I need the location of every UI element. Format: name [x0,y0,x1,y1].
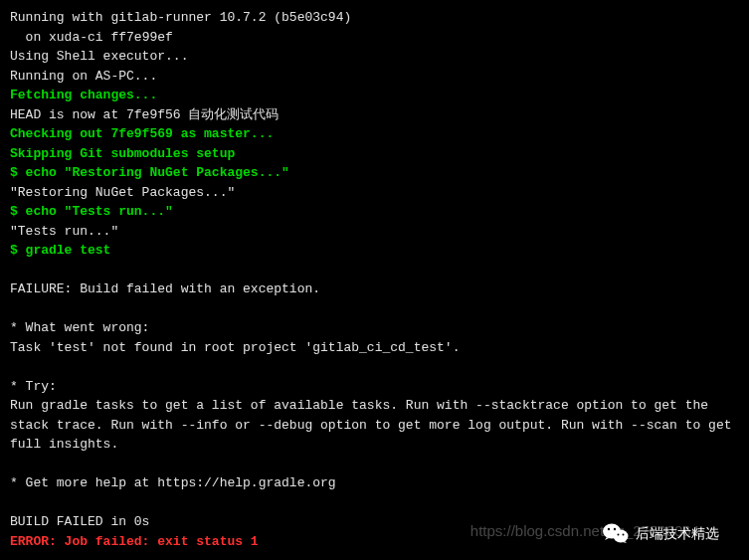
terminal-line [10,299,739,319]
terminal-line: HEAD is now at 7fe9f56 自动化测试代码 [10,105,739,125]
terminal-line: * Get more help at https://help.gradle.o… [10,473,739,493]
terminal-line: ERROR: Job failed: exit status 1 [10,532,739,552]
terminal-line: FAILURE: Build failed with an exception. [10,280,739,299]
terminal-line: Task 'test' not found in root project 'g… [10,338,739,358]
terminal-line: $ echo "Restoring NuGet Packages..." [10,163,739,183]
terminal-line: "Tests run..." [10,222,739,242]
terminal-line: BUILD FAILED in 0s [10,512,739,532]
terminal-line [10,357,739,377]
terminal-line: * What went wrong: [10,318,739,338]
terminal-line: Running with gitlab-runner 10.7.2 (b5e03… [10,8,739,28]
terminal-line: Running on AS-PC... [10,67,739,87]
terminal-line: $ echo "Tests run..." [10,202,739,222]
terminal-line: on xuda-ci ff7e99ef [10,28,739,48]
terminal-line: $ gradle test [10,241,739,261]
terminal-line: Checking out 7fe9f569 as master... [10,124,739,144]
terminal-line: "Restoring NuGet Packages..." [10,183,739,203]
terminal-line: Using Shell executor... [10,47,739,67]
terminal-line [10,261,739,280]
terminal-line [10,493,739,513]
terminal-line: Fetching changes... [10,86,739,105]
terminal-line: Run gradle tasks to get a list of availa… [10,396,739,455]
terminal-output: Running with gitlab-runner 10.7.2 (b5e03… [10,8,739,551]
terminal-line: Skipping Git submodules setup [10,144,739,164]
terminal-line [10,455,739,474]
terminal-line: * Try: [10,377,739,397]
